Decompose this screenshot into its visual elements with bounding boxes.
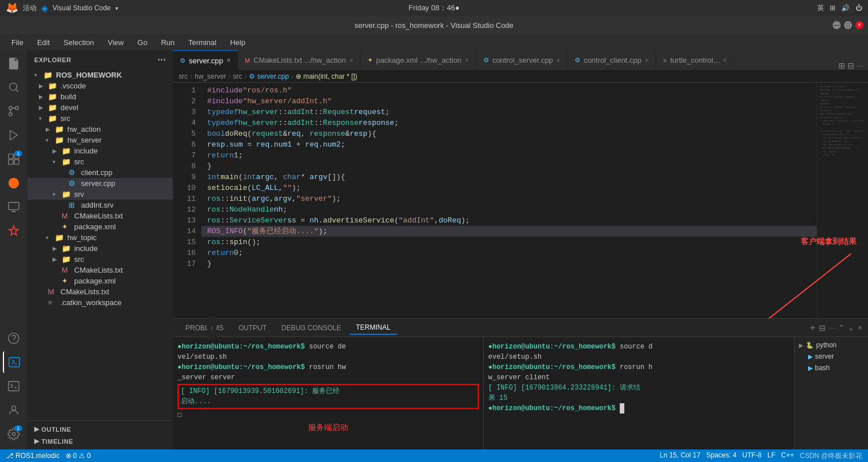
activity-settings[interactable]: 1	[3, 423, 25, 445]
status-cursor[interactable]: Ln 15, Col 17	[660, 451, 700, 461]
dropdown-icon[interactable]: ▾	[115, 5, 118, 11]
menu-selection[interactable]: Selection	[58, 37, 99, 48]
tab-close-control-client[interactable]: ×	[645, 56, 649, 64]
tree-item-src-hwserver[interactable]: ▾ 📁 src	[27, 156, 173, 167]
tree-item-hw-action[interactable]: ▶ 📁 hw_action	[27, 124, 173, 135]
terminal-pane-right[interactable]: ●horizon@ubuntu:~/ros_homework$ source d…	[484, 337, 794, 449]
tab-control-server[interactable]: ⚙ control_server.cpp ×	[477, 50, 568, 70]
collapse-panel-button[interactable]: ‹	[207, 317, 216, 339]
menu-edit[interactable]: Edit	[31, 37, 55, 48]
status-errors[interactable]: ⊗ 0 ⚠ 0	[66, 452, 91, 460]
minimize-terminal-button[interactable]: ⌃	[838, 323, 845, 332]
tree-item-cmake-root[interactable]: M CMakeLists.txt	[27, 286, 173, 297]
activity-other1[interactable]	[3, 172, 25, 194]
activities-label[interactable]: 活动	[23, 3, 37, 13]
lang-label[interactable]: 英	[817, 3, 824, 13]
breadcrumb-file[interactable]: ⚙ server.cpp	[249, 72, 289, 80]
activity-search[interactable]	[3, 76, 25, 98]
activity-files[interactable]	[3, 52, 25, 74]
breadcrumb-src2[interactable]: src	[233, 72, 242, 80]
tab-close-control-server[interactable]: ×	[556, 56, 560, 64]
add-terminal-button[interactable]: +	[810, 323, 815, 333]
activity-help[interactable]	[3, 327, 25, 349]
activity-run[interactable]	[3, 124, 25, 146]
outline-section[interactable]: ▶ OUTLINE	[27, 423, 173, 435]
close-terminal-button[interactable]: ×	[858, 323, 862, 332]
tree-item-catkin[interactable]: ≡ .catkin_workspace	[27, 297, 173, 308]
breadcrumb-toggle[interactable]: ···	[857, 61, 863, 70]
tab-problems[interactable]: PROBLEMS	[179, 322, 231, 334]
terminal-content[interactable]: ●horizon@ubuntu:~/ros_homework$ source d…	[173, 337, 868, 449]
minimize-button[interactable]: —	[833, 21, 841, 29]
tree-item-pkg-hwserver[interactable]: ✦ package.xml	[27, 221, 173, 232]
term-sidebar-python[interactable]: ▶ 🐍 python	[794, 339, 868, 351]
tab-turtle[interactable]: ≡ turtle_control... ×	[656, 50, 734, 70]
term-sidebar-server[interactable]: ▶ server	[794, 351, 868, 362]
breadcrumb-hw-server[interactable]: hw_server	[195, 72, 226, 80]
activity-terminal[interactable]	[3, 375, 25, 397]
menu-run[interactable]: Run	[155, 37, 180, 48]
editor-layout-button[interactable]: ⊟	[847, 61, 854, 70]
tree-item-devel[interactable]: ▶ 📁 devel	[27, 102, 173, 113]
activity-vscode[interactable]	[3, 351, 25, 373]
tab-pkg-action[interactable]: ✦ package.xml .../hw_action ×	[361, 50, 477, 70]
activity-account[interactable]	[3, 399, 25, 421]
tree-item-server-cpp[interactable]: ⚙ server.cpp	[27, 178, 173, 189]
tree-item-cmake-hwserver[interactable]: M CMakeLists.txt	[27, 210, 173, 221]
status-eol[interactable]: LF	[768, 451, 776, 461]
breadcrumb-func[interactable]: ⊕ main(int, char * [])	[296, 72, 357, 80]
tree-item-vscode[interactable]: ▶ 📁 .vscode	[27, 80, 173, 91]
activity-git[interactable]	[3, 100, 25, 122]
activity-extensions[interactable]: 1	[3, 148, 25, 170]
status-encoding[interactable]: UTF-8	[742, 451, 762, 461]
tree-item-cmake-hwtopic[interactable]: M CMakeLists.txt	[27, 265, 173, 275]
tree-item-pkg-hwtopic[interactable]: ✦ package.xml	[27, 275, 173, 286]
split-terminal-button[interactable]: ⊟	[819, 323, 826, 333]
tab-close-pkg-action[interactable]: ×	[465, 56, 469, 64]
tree-item-ros-homework[interactable]: ▾ 📁 ROS_HOMEWORK	[27, 70, 173, 80]
tree-item-srv[interactable]: ▾ 📁 srv	[27, 189, 173, 200]
svg-point-15	[12, 432, 15, 436]
timeline-section[interactable]: ▶ TIMELINE	[27, 435, 173, 447]
menu-view[interactable]: View	[102, 37, 130, 48]
terminal-more-button[interactable]: ···	[829, 323, 835, 332]
tab-server-cpp[interactable]: ⚙ server.cpp ×	[173, 50, 238, 70]
tree-item-include-hwtopic[interactable]: ▶ 📁 include	[27, 243, 173, 254]
term-sidebar-bash[interactable]: ▶ bash	[794, 362, 868, 374]
status-lang[interactable]: C++	[781, 451, 794, 461]
close-button[interactable]: ×	[855, 21, 863, 29]
maximize-button[interactable]: □	[844, 21, 852, 29]
annotation: 客户端拿到结果	[801, 237, 857, 247]
code-content[interactable]: #include "ros/ros.h" #include "hw_server…	[201, 83, 817, 318]
activity-other2[interactable]	[3, 196, 25, 218]
tree-item-src[interactable]: ▾ 📁 src	[27, 113, 173, 124]
status-spaces[interactable]: Spaces: 4	[706, 451, 736, 461]
tab-close-cmake-action[interactable]: ×	[349, 56, 353, 64]
menu-terminal[interactable]: Terminal	[183, 37, 222, 48]
activity-other3[interactable]	[3, 220, 25, 242]
tree-item-client-cpp[interactable]: ⚙ client.cpp	[27, 167, 173, 178]
tree-item-include-hwserver[interactable]: ▶ 📁 include	[27, 145, 173, 156]
tree-item-src-hwtopic[interactable]: ▶ 📁 src	[27, 254, 173, 265]
tab-output[interactable]: OUTPUT	[232, 322, 273, 334]
tab-debug-console[interactable]: DEBUG CONSOLE	[274, 322, 348, 334]
tree-item-hw-topic[interactable]: ▾ 📁 hw_topic	[27, 232, 173, 243]
terminal-pane-left[interactable]: ●horizon@ubuntu:~/ros_homework$ source d…	[173, 337, 484, 449]
breadcrumb-src[interactable]: src	[179, 72, 188, 80]
tree-item-build[interactable]: ▶ 📁 build	[27, 91, 173, 102]
sidebar-menu-button[interactable]: ···	[158, 55, 166, 65]
tree-item-addint-srv[interactable]: ⊞ addInt.srv	[27, 200, 173, 210]
maximize-terminal-button[interactable]: ⌄	[848, 323, 854, 332]
status-branch[interactable]: ⎇ ROS1.melodic	[6, 452, 60, 460]
tab-cmake-action[interactable]: M CMakeLists.txt .../hw_action ×	[238, 50, 361, 70]
tab-close-turtle[interactable]: ×	[722, 56, 726, 64]
menu-file[interactable]: File	[6, 37, 29, 48]
tab-control-client[interactable]: ⚙ control_client.cpp ×	[568, 50, 656, 70]
tab-terminal[interactable]: TERMINAL	[349, 321, 398, 335]
code-editor[interactable]: 12345 678910 1112131415 1617 #include "r…	[173, 83, 868, 318]
tree-item-hw-server[interactable]: ▾ 📁 hw_server	[27, 135, 173, 145]
menu-help[interactable]: Help	[224, 37, 251, 48]
tab-close-server-cpp[interactable]: ×	[227, 56, 231, 64]
menu-go[interactable]: Go	[132, 37, 153, 48]
split-editor-button[interactable]: ⊞	[838, 61, 845, 70]
